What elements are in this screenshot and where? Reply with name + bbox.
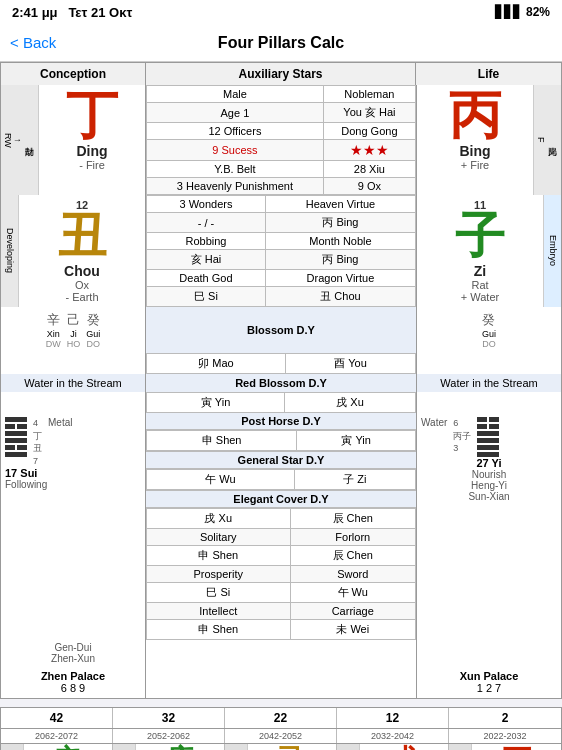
aux-row-9: 亥 Hai丙 Bing xyxy=(147,250,416,270)
conception-heaven-block: 劫財↑RW 丁 Ding - Fire xyxy=(1,85,146,195)
luck-stem-side-4: 劫財RW xyxy=(449,744,472,750)
aux-row-6: 3 WondersHeaven Virtue xyxy=(147,196,416,213)
luck-char-geng: 庚 xyxy=(166,746,194,750)
signal-icon: ▋▋▋ xyxy=(495,5,522,19)
aux-red-blossom-data: 寅 Yin戌 Xu xyxy=(146,392,416,413)
aux-row-0: MaleNobleman xyxy=(147,86,416,103)
luck-stem-ji: 傷官↓OHO 己 Ji - Earth xyxy=(225,744,337,750)
back-button[interactable]: < Back xyxy=(10,34,56,51)
luck-date-3: 2032-2042 xyxy=(337,729,449,743)
luck-stem-xin: 正財↑WDW 辛 Xin - Metal xyxy=(1,744,113,750)
luck-headers: 42 32 22 12 2 xyxy=(1,708,561,729)
luck-stem-inner-2: 己 Ji - Earth xyxy=(248,744,336,750)
luck-pillars-section: 42 32 22 12 2 2062-2072 2052-2062 2042-2… xyxy=(0,707,562,750)
right-hex-sub: Nourish xyxy=(472,469,506,480)
main-row-1: 劫財↑RW 丁 Ding - Fire MaleNobleman Age 1Yo… xyxy=(0,85,562,195)
luck-stem-side-3: 食神↑OEG xyxy=(337,744,360,750)
luck-date-4: 2022-2032 xyxy=(449,729,561,743)
left-hex-name: 17 Sui xyxy=(5,467,141,479)
aux-row-4: Y.B. Belt28 Xiu xyxy=(147,161,416,178)
status-bar: 2:41 μμ Τετ 21 Οκτ ▋▋▋ 82% xyxy=(0,0,562,24)
red-blossom-data-row: 寅 Yin戌 Xu xyxy=(0,392,562,413)
luck-date-2: 2042-2052 xyxy=(225,729,337,743)
luck-date-1: 2052-2062 xyxy=(113,729,225,743)
right-hex-name: 27 Yi xyxy=(476,457,501,469)
conception-earth-char: 丑 xyxy=(57,211,107,261)
small-char-gui-right: 癸 Gui DO xyxy=(482,311,496,349)
palace-mid xyxy=(146,666,416,698)
aux-row-5: 3 Heavenly Punishment9 Ox xyxy=(147,178,416,195)
small-chars-row: 辛 Xin DW 己 Ji HO 癸 Gui DO Blossom D.Y 癸 … xyxy=(0,307,562,353)
luck-char-ji: 己 xyxy=(278,746,306,750)
life-earth-element: + Water xyxy=(461,291,499,303)
status-time: 2:41 μμ Τετ 21 Οκτ xyxy=(12,5,132,20)
right-hexagram xyxy=(477,417,499,457)
column-headers: Conception Auxiliary Stars Life xyxy=(0,62,562,85)
right-hex-labels: 6 丙子 3 xyxy=(453,417,471,455)
luck-header-2: 2 xyxy=(449,708,561,728)
luck-char-xin: 辛 xyxy=(54,746,82,750)
life-earth-branch: Rat xyxy=(471,279,488,291)
left-hex-sub: Following xyxy=(5,479,141,490)
left-palace: Zhen Palace 6 8 9 xyxy=(1,666,146,698)
left-hex-block: 4 丁 丑 7 Metal 17 Sui Following xyxy=(1,413,146,640)
conception-small-chars: 辛 Xin DW 己 Ji HO 癸 Gui DO xyxy=(1,307,146,353)
luck-stem-ding: 劫財RW 丁 Ding - Fire xyxy=(449,744,561,750)
aux-horse-general: Post Horse D.Y 申 Shen寅 Yin General Star … xyxy=(146,413,416,640)
luck-stem-geng: 偏財↓WIW 庚 Geng + Metal xyxy=(113,744,225,750)
small-char-ji: 己 Ji HO xyxy=(67,311,81,349)
small-char-xin: 辛 Xin DW xyxy=(46,311,61,349)
left-hexagram xyxy=(5,417,27,457)
battery-label: 82% xyxy=(526,5,550,19)
conception-side-label: 劫財↑RW xyxy=(1,85,39,195)
luck-header-42: 42 xyxy=(1,708,113,728)
main-row-2: Developing 12 丑 Chou Ox - Earth 3 Wonder… xyxy=(0,195,562,307)
aux-top: MaleNobleman Age 1You 亥 Hai 12 OfficersD… xyxy=(146,85,416,195)
right-extra xyxy=(416,640,561,666)
luck-date-0: 2062-2072 xyxy=(1,729,113,743)
conception-earth-inner: 12 丑 Chou Ox - Earth xyxy=(19,195,145,307)
conception-heaven-name: Ding xyxy=(76,143,107,159)
blossom-data-row: 卯 Mao酉 You xyxy=(0,353,562,374)
main-content: Conception Auxiliary Stars Life 劫財↑RW 丁 … xyxy=(0,62,562,699)
aux-header: Auxiliary Stars xyxy=(146,63,416,85)
luck-char-wu: 戊 xyxy=(390,746,418,750)
aux-row-2: 12 OfficersDong Gong xyxy=(147,123,416,140)
nav-bar: < Back Four Pillars Calc xyxy=(0,24,562,62)
stream-row: Water in the Stream Red Blossom D.Y Wate… xyxy=(0,374,562,392)
luck-stem-side-0: 正財↑WDW xyxy=(1,744,24,750)
conception-heaven-char: 丁 xyxy=(66,89,118,141)
palace-row: Zhen Palace 6 8 9 Xun Palace 1 2 7 xyxy=(0,666,562,699)
stream-left: Water in the Stream xyxy=(1,374,146,392)
luck-char-ding: 丁 xyxy=(503,746,531,750)
aux-row-1: Age 1You 亥 Hai xyxy=(147,103,416,123)
luck-stem-side-1: 偏財↓WIW xyxy=(113,744,136,750)
aux-row-11: 巳 Si丑 Chou xyxy=(147,287,416,307)
conception-heaven-inner: 丁 Ding - Fire xyxy=(39,85,145,195)
aux-red-blossom-divider: Red Blossom D.Y xyxy=(146,374,416,392)
life-earth-block: 11 子 Zi Rat + Water Embryo xyxy=(416,195,561,307)
stream-right: Water in the Stream xyxy=(416,374,561,392)
right-hex-block: Water 6 丙子 3 27 Yi Nouris xyxy=(416,413,561,640)
luck-stem-inner-1: 庚 Geng + Metal xyxy=(136,744,224,750)
conception-heaven-element: - Fire xyxy=(79,159,105,171)
right-hex-extra1: Heng-Yi xyxy=(421,480,557,491)
small-char-gui-left: 癸 Gui DO xyxy=(86,311,100,349)
life-heaven-element: + Fire xyxy=(461,159,489,171)
luck-header-32: 32 xyxy=(113,708,225,728)
life-earth-name: Zi xyxy=(474,263,486,279)
luck-stem-side-2: 傷官↓OHO xyxy=(225,744,248,750)
luck-stem-row: 正財↑WDW 辛 Xin - Metal 偏財↓WIW 庚 Geng + Met… xyxy=(1,744,561,750)
luck-stem-inner-4: 丁 Ding - Fire xyxy=(472,744,561,750)
left-extra: Gen-Dui Zhen-Xun xyxy=(1,640,146,666)
life-side-label: 比局F xyxy=(533,85,561,195)
left-hex-element: Metal xyxy=(48,417,72,428)
aux-blossom-row: 卯 Mao酉 You xyxy=(147,354,416,374)
embryo-side-label: Embryo xyxy=(543,195,561,307)
developing-side-label: Developing xyxy=(1,195,19,307)
aux-row-7: - / -丙 Bing xyxy=(147,213,416,233)
luck-header-22: 22 xyxy=(225,708,337,728)
conception-earth-branch: Ox xyxy=(75,279,89,291)
luck-dates: 2062-2072 2052-2062 2042-2052 2032-2042 … xyxy=(1,729,561,744)
aux-row-3: 9 Sucess★★★ xyxy=(147,140,416,161)
